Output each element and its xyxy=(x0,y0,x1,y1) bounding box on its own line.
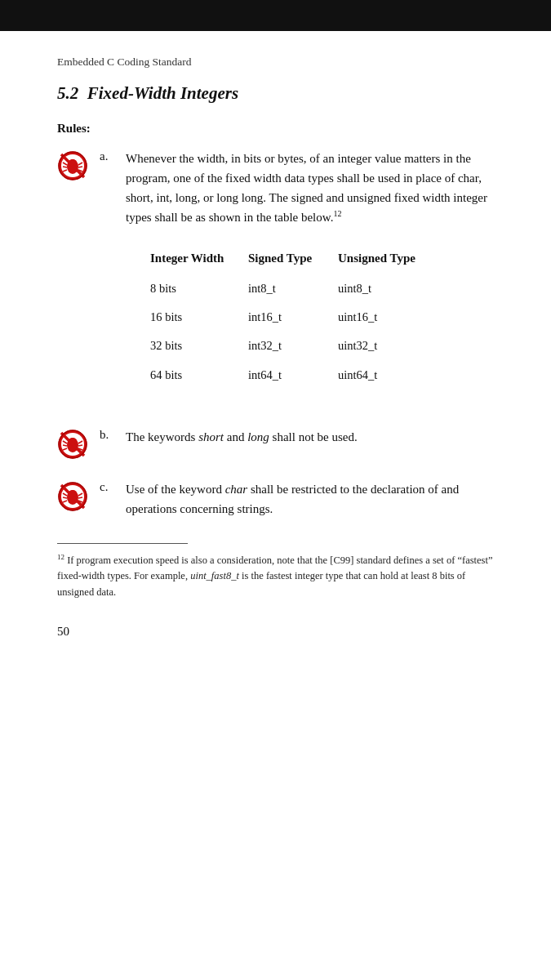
rule-b-row: b. The keywords short and long shall not… xyxy=(57,427,494,460)
rule-a-letter: a. xyxy=(100,149,118,163)
svg-line-17 xyxy=(63,445,67,446)
rule-c-italic1: char xyxy=(225,483,248,496)
rules-label: Rules: xyxy=(57,122,494,136)
table-cell-3-2: uint64_t xyxy=(338,361,438,390)
col-header-unsigned: Unsigned Type xyxy=(338,245,438,274)
rule-b-content: b. The keywords short and long shall not… xyxy=(100,427,494,447)
table-cell-1-1: int16_t xyxy=(248,303,338,332)
table-row: 8 bitsint8_tuint8_t xyxy=(150,274,438,303)
table-cell-2-1: int32_t xyxy=(248,332,338,360)
svg-line-8 xyxy=(78,167,82,167)
table-row: 64 bitsint64_tuint64_t xyxy=(150,361,438,390)
footnote-number: 12 xyxy=(57,553,64,561)
rule-b-text: The keywords short and long shall not be… xyxy=(126,427,494,447)
rule-c-letter: c. xyxy=(100,479,118,494)
rule-c-icon-col xyxy=(57,479,100,512)
rule-c-text: Use of the keyword char shall be restric… xyxy=(126,479,494,519)
svg-line-5 xyxy=(63,167,67,167)
table-cell-0-1: int8_t xyxy=(248,274,338,303)
no-sign-icon-b xyxy=(57,429,88,460)
table-row: 16 bitsint16_tuint16_t xyxy=(150,303,438,332)
col-header-signed: Signed Type xyxy=(248,245,338,274)
table-row: 32 bitsint32_tuint32_t xyxy=(150,332,438,360)
rule-c-row: c. Use of the keyword char shall be rest… xyxy=(57,479,494,519)
section-title: 5.2 Fixed-Width Integers xyxy=(57,83,494,104)
rule-a-text-block: a. Whenever the width, in bits or bytes,… xyxy=(100,149,494,408)
rule-a-text: Whenever the width, in bits or bytes, of… xyxy=(126,149,494,408)
integer-types-table-wrapper: Integer Width Signed Type Unsigned Type … xyxy=(150,245,494,390)
footnote-ref-12: 12 xyxy=(333,209,341,218)
rule-a-row: a. Whenever the width, in bits or bytes,… xyxy=(57,149,494,408)
top-bar xyxy=(0,0,551,31)
rule-b-italic1: short xyxy=(198,430,224,443)
col-header-width: Integer Width xyxy=(150,245,248,274)
footnote-divider xyxy=(57,543,188,544)
page-number: 50 xyxy=(57,625,494,639)
table-cell-2-2: uint32_t xyxy=(338,332,438,360)
rule-a-content: a. Whenever the width, in bits or bytes,… xyxy=(100,149,494,408)
rule-b-letter: b. xyxy=(100,427,118,442)
rule-c-text-block: c. Use of the keyword char shall be rest… xyxy=(100,479,494,519)
rule-b-italic2: long xyxy=(247,430,269,443)
breadcrumb: Embedded C Coding Standard xyxy=(57,56,494,69)
integer-types-table: Integer Width Signed Type Unsigned Type … xyxy=(150,245,438,390)
footnote-italic: uint_fast8_t xyxy=(190,570,239,581)
rule-a-icon-col xyxy=(57,149,100,181)
no-sign-icon-a xyxy=(57,150,88,181)
table-cell-1-2: uint16_t xyxy=(338,303,438,332)
svg-line-29 xyxy=(63,497,67,498)
table-cell-3-0: 64 bits xyxy=(150,361,248,390)
rule-b-icon-col xyxy=(57,427,100,460)
no-sign-icon-c xyxy=(57,481,88,512)
svg-line-20 xyxy=(78,445,82,446)
footnote: 12 If program execution speed is also a … xyxy=(57,552,494,600)
table-cell-3-1: int64_t xyxy=(248,361,338,390)
table-cell-2-0: 32 bits xyxy=(150,332,248,360)
table-cell-0-2: uint8_t xyxy=(338,274,438,303)
table-cell-1-0: 16 bits xyxy=(150,303,248,332)
table-cell-0-0: 8 bits xyxy=(150,274,248,303)
rule-b-text-block: b. The keywords short and long shall not… xyxy=(100,427,494,447)
svg-line-32 xyxy=(78,497,82,498)
rule-c-content: c. Use of the keyword char shall be rest… xyxy=(100,479,494,519)
